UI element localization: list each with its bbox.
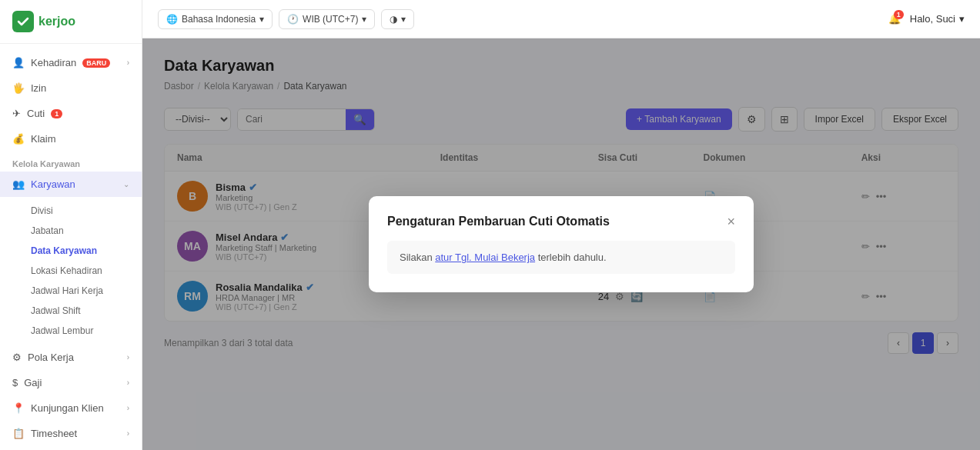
- cuti-label: Cuti: [27, 108, 45, 119]
- sidebar-item-gaji[interactable]: $ Gaji ›: [0, 370, 142, 395]
- pola-kerja-label: Pola Kerja: [28, 352, 74, 363]
- sidebar-sub-lokasi[interactable]: Lokasi Kehadiran: [31, 261, 142, 281]
- user-greeting: Halo, Suci: [910, 13, 955, 25]
- sidebar-nav: 👤 Kehadiran BARU › 🖐 Izin ✈ Cuti 1: [0, 44, 142, 450]
- sidebar-sub-jadwal-hari[interactable]: Jadwal Hari Kerja: [31, 281, 142, 301]
- sidebar-item-broadcast[interactable]: 📢 Broadcast: [0, 446, 142, 450]
- sidebar-sub-jadwal-lembur[interactable]: Jadwal Lembur: [31, 321, 142, 341]
- modal-body-prefix: Silakan: [400, 252, 435, 263]
- sidebar-sub-data-karyawan[interactable]: Data Karyawan: [31, 241, 142, 261]
- theme-toggle[interactable]: ◑ ▾: [381, 9, 414, 29]
- sidebar-item-klaim[interactable]: 💰 Klaim: [0, 126, 142, 152]
- gaji-chevron: ›: [127, 378, 129, 387]
- klaim-icon: 💰: [12, 133, 25, 145]
- language-selector[interactable]: 🌐 Bahasa Indonesia ▾: [158, 9, 273, 29]
- language-icon: 🌐: [166, 14, 178, 25]
- timezone-icon: 🕐: [287, 14, 299, 25]
- topbar-left: 🌐 Bahasa Indonesia ▾ 🕐 WIB (UTC+7) ▾ ◑ ▾: [158, 9, 414, 29]
- kehadiran-label: Kehadiran: [31, 57, 76, 68]
- theme-chevron: ▾: [401, 14, 406, 25]
- kelola-section-title: Kelola Karyawan: [0, 152, 142, 172]
- klaim-label: Klaim: [31, 133, 56, 145]
- modal-body-suffix: terlebih dahulu.: [535, 252, 607, 263]
- logo-text: kerjoo: [38, 15, 75, 28]
- modal-body-link[interactable]: atur Tgl. Mulai Bekerja: [435, 252, 535, 263]
- modal-body: Silakan atur Tgl. Mulai Bekerja terlebih…: [387, 241, 735, 274]
- modal-title: Pengaturan Pembaruan Cuti Otomatis: [387, 215, 610, 228]
- notification-button[interactable]: 🔔 1: [888, 13, 901, 25]
- logo-container: kerjoo: [0, 0, 142, 44]
- sidebar: kerjoo 👤 Kehadiran BARU › 🖐 Izin: [0, 0, 142, 450]
- topbar: 🌐 Bahasa Indonesia ▾ 🕐 WIB (UTC+7) ▾ ◑ ▾…: [142, 0, 980, 38]
- timesheet-chevron: ›: [127, 429, 129, 438]
- kunjungan-label: Kunjungan Klien: [31, 402, 104, 414]
- cuti-icon: ✈: [12, 108, 21, 119]
- main: 🌐 Bahasa Indonesia ▾ 🕐 WIB (UTC+7) ▾ ◑ ▾…: [142, 0, 980, 450]
- topbar-right: 🔔 1 Halo, Suci ▾: [888, 13, 965, 25]
- modal-header: Pengaturan Pembaruan Cuti Otomatis ×: [387, 215, 735, 228]
- kunjungan-icon: 📍: [12, 402, 25, 414]
- timezone-selector[interactable]: 🕐 WIB (UTC+7) ▾: [279, 9, 375, 29]
- izin-label: Izin: [31, 82, 46, 94]
- timesheet-icon: 📋: [12, 428, 25, 439]
- sidebar-sub-divisi[interactable]: Divisi: [31, 201, 142, 221]
- gaji-label: Gaji: [24, 377, 42, 388]
- pola-kerja-icon: ⚙: [12, 352, 22, 363]
- user-chevron: ▾: [959, 13, 965, 25]
- gaji-icon: $: [12, 377, 18, 388]
- timesheet-label: Timesheet: [31, 428, 77, 439]
- sidebar-item-izin[interactable]: 🖐 Izin: [0, 75, 142, 101]
- modal-close-button[interactable]: ×: [727, 215, 735, 228]
- timezone-label: WIB (UTC+7): [303, 14, 358, 25]
- modal-overlay[interactable]: Pengaturan Pembaruan Cuti Otomatis × Sil…: [142, 38, 980, 450]
- izin-icon: 🖐: [12, 82, 25, 94]
- karyawan-label: Karyawan: [31, 178, 75, 190]
- karyawan-icon: 👥: [12, 178, 25, 190]
- sidebar-item-karyawan[interactable]: 👥 Karyawan ⌄: [0, 172, 142, 197]
- language-chevron: ▾: [259, 14, 264, 25]
- language-label: Bahasa Indonesia: [182, 14, 256, 25]
- kehadiran-icon: 👤: [12, 57, 25, 68]
- karyawan-submenu: Divisi Jabatan Data Karyawan Lokasi Keha…: [0, 197, 142, 345]
- sidebar-item-kehadiran[interactable]: 👤 Kehadiran BARU ›: [0, 50, 142, 75]
- page-content: Data Karyawan Dasbor / Kelola Karyawan /…: [142, 38, 980, 450]
- sidebar-item-pola-kerja[interactable]: ⚙ Pola Kerja ›: [0, 345, 142, 370]
- notification-badge: 1: [894, 10, 904, 19]
- karyawan-chevron: ⌄: [123, 180, 129, 188]
- timezone-chevron: ▾: [362, 14, 366, 25]
- kehadiran-badge: BARU: [82, 58, 110, 68]
- kunjungan-chevron: ›: [127, 404, 129, 412]
- user-menu[interactable]: Halo, Suci ▾: [910, 13, 965, 25]
- cuti-badge: 1: [51, 109, 62, 118]
- sidebar-sub-jabatan[interactable]: Jabatan: [31, 221, 142, 241]
- sidebar-item-kunjungan[interactable]: 📍 Kunjungan Klien ›: [0, 395, 142, 421]
- modal-cuti-otomatis: Pengaturan Pembaruan Cuti Otomatis × Sil…: [369, 196, 754, 292]
- sidebar-sub-jadwal-shift[interactable]: Jadwal Shift: [31, 301, 142, 321]
- theme-icon: ◑: [390, 14, 397, 25]
- kehadiran-chevron: ›: [127, 58, 129, 67]
- logo-icon: [12, 11, 34, 32]
- sidebar-item-cuti[interactable]: ✈ Cuti 1: [0, 101, 142, 126]
- pola-kerja-chevron: ›: [127, 353, 129, 362]
- sidebar-item-timesheet[interactable]: 📋 Timesheet ›: [0, 421, 142, 446]
